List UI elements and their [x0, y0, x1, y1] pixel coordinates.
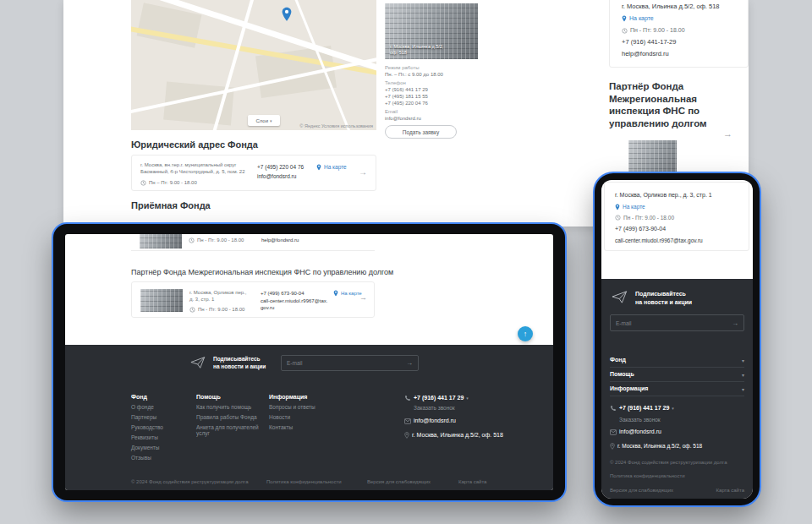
footer-address: г. Москва, Ильинка д.5/2, оф. 518 — [412, 431, 503, 439]
footer-col-title: Помощь — [196, 394, 264, 400]
footer-col-fond: Фонд О фонде Партнеры Руководство Реквиз… — [131, 394, 190, 461]
sidebar-phone[interactable]: +7 (916) 441-17-29 — [622, 38, 676, 46]
mobile-address: г. Москва, Орликов пер., д. 3, стр. 1 — [615, 191, 712, 199]
footer-link[interactable]: Правила работы Фонда — [196, 414, 264, 420]
partner-address: г. Москва, Орликов пер., д. 3, стр. 1 — [189, 289, 252, 303]
pin-icon — [610, 443, 615, 450]
arrow-right-icon[interactable] — [359, 167, 367, 177]
footer-col-help: Помощь Как получить помощь Правила работ… — [196, 394, 264, 436]
email-label: Email — [385, 108, 478, 115]
pin-icon — [404, 432, 409, 439]
sidebar-map-link[interactable]: На карте — [622, 14, 654, 23]
footer-callback-link[interactable]: Заказать звонок — [414, 405, 548, 411]
footer-phone-row[interactable]: +7 (916) 441 17 29 — [610, 404, 674, 412]
footer-link[interactable]: Реквизиты — [131, 434, 190, 440]
footer-link[interactable]: Документы — [131, 445, 190, 450]
chevron-down-icon — [742, 386, 744, 392]
sidebar-hours: Пн - Пт: 9.00 - 18.00 — [630, 26, 685, 35]
reception-hours: Пн - Пт: 9.00 - 18.00 — [197, 237, 244, 243]
subscribe-line2: на новости и акции — [635, 298, 692, 307]
mobile-email[interactable]: call-center.miudol.r9967@tax.gov.ru — [615, 237, 703, 244]
mobile-footer: Подписывайтесь на новости и акции Фонд П… — [601, 279, 753, 499]
footer-address: г. Москва, Ильинка д.5/2, оф. 518 — [617, 442, 702, 450]
mobile-partner-card: г. Москва, Орликов пер., д. 3, стр. 1 На… — [604, 182, 749, 251]
mobile-map-link[interactable]: На карте — [615, 203, 645, 210]
phone-icon — [610, 405, 617, 412]
footer-link[interactable]: Вопросы и ответы — [269, 404, 335, 410]
partner-phone[interactable]: +7 (499) 673-90-04 — [261, 290, 304, 297]
map-layers-control[interactable]: Слои — [248, 115, 280, 126]
footer-accessibility-link[interactable]: Версия для слабовидящих — [367, 479, 431, 484]
arrow-right-icon[interactable] — [359, 293, 367, 302]
footer-phone-row[interactable]: +7 (916) 441 17 29 — [404, 394, 548, 402]
footer-link[interactable]: Контакты — [269, 424, 335, 430]
footer-email-row[interactable]: info@fondsrd.ru — [610, 428, 661, 436]
footer-sitemap-link[interactable]: Карта сайта — [458, 479, 486, 484]
footer-bottom-row: Версия для слабовидящих Карта сайта — [610, 488, 744, 493]
footer-phone: +7 (916) 441 17 29 — [619, 404, 669, 412]
map-pin-icon[interactable] — [281, 7, 293, 22]
accordion-help[interactable]: Помощь — [610, 368, 744, 382]
legal-phone[interactable]: +7 (495) 220 04 76 — [257, 163, 304, 171]
footer-privacy-link[interactable]: Политика конфиденциальности — [610, 473, 685, 478]
office-photo-caption: г. Москва, Ильинка д.5/2, оф. 518 — [390, 44, 451, 56]
clock-icon — [140, 180, 146, 186]
newsletter-email-input[interactable] — [282, 360, 406, 366]
newsletter-email-input[interactable] — [611, 320, 732, 326]
accordion-info[interactable]: Информация — [610, 382, 744, 396]
footer-email-row[interactable]: info@fondsrd.ru — [404, 417, 548, 425]
footer-privacy-link[interactable]: Политика конфиденциальности — [266, 479, 342, 484]
scroll-top-button[interactable] — [518, 326, 533, 341]
footer-link[interactable]: Партнеры — [131, 414, 190, 420]
footer-address-row: г. Москва, Ильинка д.5/2, оф. 518 — [610, 442, 702, 450]
footer-link[interactable]: Как получить помощь — [196, 404, 264, 410]
footer-link[interactable]: Анкета для получателей услуг — [196, 424, 264, 436]
map-attribution: © Яндекс Условия использования — [299, 123, 373, 128]
partner-card: г. Москва, Орликов пер., д. 3, стр. 1 Пн… — [131, 281, 375, 318]
newsletter-submit-arrow[interactable] — [406, 359, 418, 367]
map[interactable]: Слои © Яндекс Условия использования — [131, 0, 376, 130]
legal-map-link[interactable]: На карте — [316, 163, 347, 171]
partner-thumb — [140, 289, 183, 312]
arrow-right-icon[interactable] — [723, 128, 732, 139]
footer-callback-link[interactable]: Заказать звонок — [619, 417, 661, 423]
accordion-label: Фонд — [610, 356, 626, 364]
phone-icon — [404, 395, 411, 401]
mobile-phone[interactable]: +7 (499) 673-90-04 — [615, 225, 666, 233]
hours-label: Режим работы — [385, 64, 478, 71]
email-link[interactable]: info@fondsrd.ru — [385, 115, 478, 122]
apply-button[interactable]: Подать заявку — [385, 125, 457, 139]
legal-email[interactable]: info@fondsrd.ru — [257, 172, 296, 180]
footer-accessibility-link[interactable]: Версия для слабовидящих — [610, 488, 673, 493]
chevron-down-icon — [742, 372, 744, 378]
sidebar-email[interactable]: help@fondsrd.ru — [622, 50, 669, 58]
phone-link[interactable]: +7 (916) 441 17 29 — [385, 86, 478, 93]
pin-icon — [622, 15, 627, 22]
footer-link[interactable]: О фонде — [131, 404, 190, 410]
chevron-down-icon — [742, 358, 744, 363]
footer-col-title: Информация — [269, 394, 335, 400]
accordion-fond[interactable]: Фонд — [610, 353, 744, 368]
footer-copyright: © 2024 Фонд содействия реструктуризации … — [131, 479, 248, 484]
phone-link[interactable]: +7 (495) 181 15 55 — [385, 93, 478, 100]
footer-link[interactable]: Отзывы — [131, 455, 190, 461]
clock-icon — [189, 237, 195, 243]
tablet-screen: Пн - Пт: 9.00 - 18.00 help@fondsrd.ru Па… — [65, 234, 553, 490]
sidebar-office-card: г. Москва, Ильинка д.5/2, оф. 518 На кар… — [609, 0, 749, 68]
footer-link[interactable]: Новости — [269, 414, 335, 420]
sidebar-hours-row: Пн - Пт: 9.00 - 18.00 — [622, 26, 685, 35]
subscribe-line1: Подписывайтесь — [213, 355, 266, 363]
footer-link[interactable]: Руководство — [131, 424, 190, 430]
mobile-map-link-label: На карте — [623, 203, 645, 210]
partner-map-link[interactable]: На карте — [333, 290, 362, 297]
mobile-frame: г. Москва, Орликов пер., д. 3, стр. 1 На… — [595, 173, 760, 505]
reception-email[interactable]: help@fondsrd.ru — [261, 237, 299, 243]
newsletter-submit-arrow[interactable] — [732, 319, 743, 327]
phone-link[interactable]: +7 (495) 220 04 76 — [385, 100, 478, 106]
card-bottom-border — [131, 250, 375, 251]
footer-sitemap-link[interactable]: Карта сайта — [716, 488, 744, 493]
partner-email[interactable]: call-center.miudol.r9967@tax.gov.ru — [261, 297, 328, 311]
mobile-screen: г. Москва, Орликов пер., д. 3, стр. 1 На… — [601, 180, 753, 499]
pin-icon — [333, 290, 338, 297]
office-info: Режим работы Пн. – Пт.: с 9.00 до 18.00 … — [385, 64, 478, 122]
